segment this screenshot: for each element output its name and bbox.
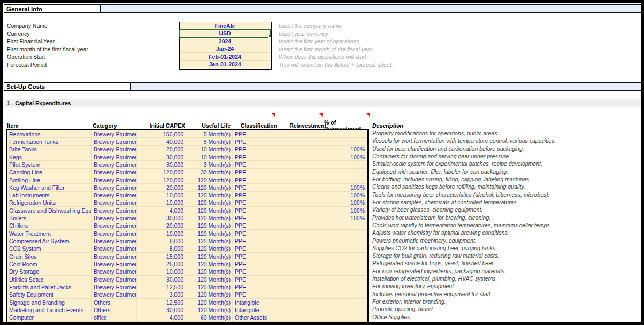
cell-useful-life[interactable]: 10 Month(s): [187, 146, 233, 153]
cell-useful-life[interactable]: 5 Month(s): [187, 130, 233, 137]
cell-useful-life[interactable]: 120 Month(s): [187, 199, 233, 206]
cell-reinvestment[interactable]: [287, 184, 327, 191]
cell-initial-capex[interactable]: 4,000: [137, 314, 187, 321]
cell-item[interactable]: Compressed Air System: [7, 237, 92, 244]
cell-useful-life[interactable]: 120 Month(s): [187, 291, 233, 298]
cell-initial-capex[interactable]: 15,000: [137, 253, 187, 260]
cell-useful-life[interactable]: 120 Month(s): [187, 184, 233, 191]
cell-item[interactable]: Chillers: [7, 222, 92, 229]
cell-useful-life[interactable]: 120 Month(s): [187, 214, 233, 221]
cell-initial-capex[interactable]: 10,000: [137, 230, 187, 237]
cell-classification[interactable]: PPE: [233, 291, 287, 298]
cell-classification[interactable]: PPE: [233, 161, 287, 168]
cell-useful-life[interactable]: 120 Month(s): [187, 260, 233, 267]
cell-description[interactable]: For storing samples, chemicals at contro…: [369, 198, 641, 206]
cell-item[interactable]: Safety Equipment: [7, 291, 92, 298]
cell-reinvestment[interactable]: [287, 192, 327, 199]
cell-pct-reinvestment[interactable]: [327, 314, 367, 321]
cell-category[interactable]: Brewery Equiment: [92, 153, 137, 160]
cell-classification[interactable]: PPE: [233, 130, 287, 137]
cell-item[interactable]: Glassware and Dishwashing Equipment: [7, 207, 92, 214]
cell-reinvestment[interactable]: [287, 161, 327, 168]
cell-reinvestment[interactable]: [287, 260, 327, 267]
cell-pct-reinvestment[interactable]: 100%: [327, 153, 367, 160]
cell-category[interactable]: Brewery Equiment: [92, 245, 137, 252]
cell-item[interactable]: Refrigeration Units: [7, 199, 92, 206]
cell-description[interactable]: Containers for storing and serving beer …: [369, 152, 641, 160]
cell-classification[interactable]: PPE: [233, 260, 287, 267]
cell-item[interactable]: Cold Room: [7, 260, 92, 267]
cell-classification[interactable]: PPE: [233, 138, 287, 145]
cell-classification[interactable]: PPE: [233, 283, 287, 290]
cell-reinvestment[interactable]: [287, 291, 327, 298]
cell-item[interactable]: Pilot System: [7, 161, 92, 168]
cell-item[interactable]: Marketing and Launch Events: [7, 306, 92, 313]
cell-useful-life[interactable]: 120 Month(s): [187, 237, 233, 244]
cell-reinvestment[interactable]: [287, 237, 327, 244]
cell-useful-life[interactable]: 120 Month(s): [187, 245, 233, 252]
cell-useful-life[interactable]: 120 Month(s): [187, 222, 233, 229]
cell-description[interactable]: Equipped with seamer, filler, labeler fo…: [369, 168, 641, 175]
cell-useful-life[interactable]: 10 Month(s): [187, 153, 233, 160]
cell-description[interactable]: Provides hot water/steam for brewing, cl…: [369, 213, 641, 221]
cell-classification[interactable]: PPE: [233, 268, 287, 275]
field-value-cell[interactable]: Jan-01-2024: [180, 61, 270, 69]
cell-category[interactable]: Brewery Equiment: [92, 230, 137, 237]
field-value-cell[interactable]: 2024: [180, 37, 270, 45]
cell-initial-capex[interactable]: 40,000: [137, 138, 187, 145]
cell-description[interactable]: Promote opening, brand.: [369, 305, 641, 313]
cell-item[interactable]: Forklifts and Pallet Jacks: [7, 283, 92, 290]
cell-reinvestment[interactable]: [287, 176, 327, 183]
cell-category[interactable]: Brewery Equiment: [92, 291, 137, 298]
cell-reinvestment[interactable]: [287, 207, 327, 214]
cell-useful-life[interactable]: 60 Month(s): [187, 314, 233, 321]
cell-initial-capex[interactable]: 10,000: [137, 268, 187, 275]
cell-category[interactable]: Brewery Equiment: [92, 207, 137, 214]
cell-item[interactable]: Renovations: [7, 130, 92, 137]
cell-initial-capex[interactable]: 30,000: [137, 306, 187, 313]
cell-item[interactable]: Signage and Branding: [7, 299, 92, 306]
cell-pct-reinvestment[interactable]: [327, 176, 367, 183]
cell-description[interactable]: Variety of beer glasses, cleaning equipm…: [369, 206, 641, 213]
field-value-cell[interactable]: FineAle: [180, 22, 270, 30]
cell-useful-life[interactable]: 120 Month(s): [187, 268, 233, 275]
cell-category[interactable]: Brewery Equiment: [92, 268, 137, 275]
cell-classification[interactable]: PPE: [233, 153, 287, 160]
cell-category[interactable]: Brewery Equiment: [92, 276, 137, 283]
cell-description[interactable]: Adjusts water chemistry for optimal brew…: [369, 229, 641, 236]
cell-initial-capex[interactable]: 150,000: [137, 130, 187, 137]
cell-useful-life[interactable]: 120 Month(s): [187, 207, 233, 214]
cell-pct-reinvestment[interactable]: 100%: [327, 146, 367, 153]
cell-category[interactable]: Brewery Equiment: [92, 237, 137, 244]
cell-pct-reinvestment[interactable]: 100%: [327, 214, 367, 221]
cell-useful-life[interactable]: 120 Month(s): [187, 276, 233, 283]
cell-classification[interactable]: PPE: [233, 253, 287, 260]
cell-initial-capex[interactable]: 20,000: [137, 222, 187, 229]
cell-initial-capex[interactable]: 12,500: [137, 283, 187, 290]
cell-useful-life[interactable]: 30 Month(s): [187, 169, 233, 176]
cell-classification[interactable]: PPE: [233, 230, 287, 237]
cell-category[interactable]: Brewery Equiment: [92, 176, 137, 183]
cell-reinvestment[interactable]: [287, 314, 327, 321]
cell-classification[interactable]: Intangible: [233, 299, 287, 306]
cell-classification[interactable]: PPE: [233, 222, 287, 229]
cell-useful-life[interactable]: 120 Month(s): [187, 230, 233, 237]
cell-category[interactable]: Brewery Equiment: [92, 146, 137, 153]
cell-category[interactable]: Brewery Equiment: [92, 169, 137, 176]
cell-item[interactable]: Grain Silos: [7, 253, 92, 260]
cell-item[interactable]: CO2 System: [7, 245, 92, 252]
cell-initial-capex[interactable]: 12,500: [137, 299, 187, 306]
cell-reinvestment[interactable]: [287, 222, 327, 229]
cell-description[interactable]: Tools for measuring beer characteristics…: [369, 191, 641, 198]
cell-reinvestment[interactable]: [287, 283, 327, 290]
cell-classification[interactable]: PPE: [233, 245, 287, 252]
cell-item[interactable]: Boilers: [7, 214, 92, 221]
cell-initial-capex[interactable]: 120,000: [137, 176, 187, 183]
cell-reinvestment[interactable]: [287, 230, 327, 237]
cell-classification[interactable]: PPE: [233, 184, 287, 191]
cell-description[interactable]: Vessels for wort fermentation with tempe…: [369, 137, 641, 144]
cell-pct-reinvestment[interactable]: [327, 230, 367, 237]
cell-reinvestment[interactable]: [287, 268, 327, 275]
cell-pct-reinvestment[interactable]: [327, 237, 367, 244]
cell-classification[interactable]: PPE: [233, 276, 287, 283]
